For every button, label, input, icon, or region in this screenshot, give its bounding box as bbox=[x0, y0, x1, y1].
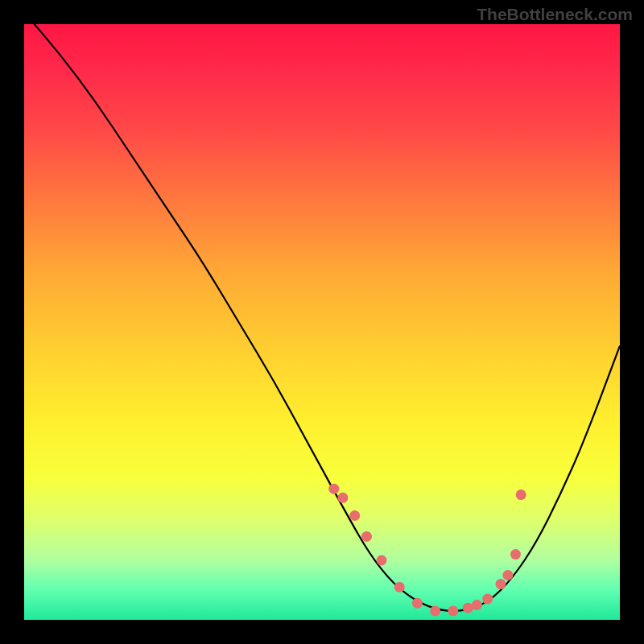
marker-dot bbox=[412, 598, 423, 609]
marker-dot bbox=[502, 570, 513, 580]
marker-dot bbox=[349, 510, 360, 521]
marker-dot bbox=[510, 549, 521, 559]
curve-markers bbox=[328, 484, 526, 617]
marker-dot bbox=[337, 493, 348, 503]
marker-dot bbox=[472, 600, 482, 610]
marker-dot bbox=[496, 579, 506, 589]
marker-dot bbox=[377, 555, 387, 566]
watermark-text: TheBottleneck.com bbox=[477, 5, 633, 24]
marker-dot bbox=[516, 489, 526, 500]
marker-dot bbox=[463, 603, 473, 613]
marker-dot bbox=[328, 484, 339, 494]
marker-dot bbox=[394, 582, 405, 592]
plot-area bbox=[24, 24, 620, 620]
marker-dot bbox=[430, 605, 440, 616]
chart-svg bbox=[24, 24, 620, 620]
curve-line bbox=[24, 24, 620, 611]
marker-dot bbox=[448, 605, 458, 616]
marker-dot bbox=[361, 531, 372, 542]
marker-dot bbox=[482, 594, 493, 605]
